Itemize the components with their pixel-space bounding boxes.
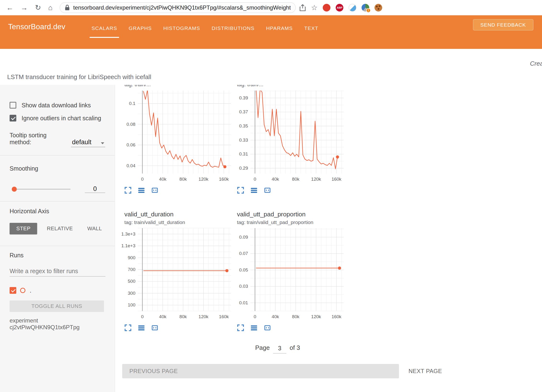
tooltip-sorting-dropdown[interactable]: default [71,138,105,147]
bookmark-star-icon[interactable]: ☆ [311,3,317,12]
svg-text:0.09: 0.09 [239,235,248,240]
previous-page-button[interactable]: PREVIOUS PAGE [122,364,399,378]
scalar-chart[interactable]: 040k80k120k160k0.040.060.080.1 [121,89,232,184]
svg-text:0.1: 0.1 [129,101,135,106]
svg-text:700: 700 [128,267,135,272]
smoothing-value-input[interactable] [85,185,105,193]
svg-text:160k: 160k [332,177,342,182]
expand-chart-icon[interactable] [124,187,132,194]
svg-text:100: 100 [128,302,135,307]
page-number-input[interactable] [273,345,286,353]
tab-scalars[interactable]: SCALARS [88,18,121,38]
svg-text:900: 900 [128,255,135,260]
svg-text:1.1e+3: 1.1e+3 [121,243,135,248]
show-download-links-checkbox[interactable] [10,102,16,109]
tab-text[interactable]: TEXT [300,18,322,38]
expand-chart-icon[interactable] [124,324,132,331]
abp-extension-icon[interactable]: ABP [336,4,343,12]
experiment-description: LSTM transducer training for LibriSpeech… [7,73,151,81]
refresh-icon[interactable]: ↻ [35,4,41,11]
next-page-button[interactable]: NEXT PAGE [409,368,442,375]
settings-sidebar: Show data download links Ignore outliers… [0,85,115,392]
profile-avatar[interactable]: 1 [362,4,369,12]
svg-text:0: 0 [141,314,144,319]
fit-domain-icon[interactable] [264,187,271,194]
back-icon[interactable]: ← [6,4,13,11]
svg-text:40k: 40k [272,177,279,182]
clipped-chart-header: tag: train/... [234,85,345,89]
tab-histograms[interactable]: HISTOGRAMS [160,18,204,38]
extension-icon[interactable] [349,4,356,12]
subheader: Crea LSTM transducer training for LibriS… [0,49,542,85]
fit-domain-icon[interactable] [151,324,158,331]
smoothing-slider-thumb[interactable] [12,187,17,192]
show-download-links-label: Show data download links [22,102,91,109]
ignore-outliers-checkbox[interactable] [10,115,16,121]
svg-text:40k: 40k [159,314,167,319]
svg-text:0.03: 0.03 [239,284,248,289]
run-row: . [10,287,105,294]
share-icon[interactable] [300,4,306,11]
svg-text:80k: 80k [179,314,187,319]
svg-text:0.33: 0.33 [239,138,248,143]
chart-card: valid_utt_pad_proportion tag: train/vali… [234,211,345,331]
scalar-chart[interactable]: 040k80k120k160k1003005007009001.1e+31.3e… [121,227,232,321]
home-icon[interactable]: ⌂ [48,4,52,11]
app-logo: TensorBoard.dev [8,23,65,31]
axis-step-button[interactable]: STEP [10,223,37,234]
run-name: . [30,287,31,294]
cookie-extension-icon[interactable] [375,4,382,12]
svg-text:0: 0 [141,177,144,182]
runs-filter-input[interactable] [10,266,105,277]
chart-toolbar [237,187,345,194]
scalar-chart[interactable]: 040k80k120k160k0.290.310.330.350.370.39 [234,89,345,184]
chart-card: tag: train/... 040k80k120k160k0.040.060.… [121,85,232,194]
svg-text:0: 0 [254,177,256,182]
url-text: tensorboard.dev/experiment/cj2vtPiwQHKN9… [73,4,291,11]
lock-icon [65,5,70,11]
fit-domain-icon[interactable] [264,324,271,331]
ignore-outliers-row: Ignore outliers in chart scaling [10,115,105,122]
tab-distributions[interactable]: DISTRIBUTIONS [208,18,258,38]
send-feedback-button[interactable]: SEND FEEDBACK [473,19,533,30]
ignore-outliers-label: Ignore outliers in chart scaling [22,115,101,122]
show-download-links-row: Show data download links [10,102,105,109]
runs-selector-icon[interactable] [250,324,258,331]
tab-graphs[interactable]: GRAPHS [125,18,156,38]
url-bar[interactable]: tensorboard.dev/experiment/cj2vtPiwQHKN9… [60,2,296,13]
scalar-chart[interactable]: 040k80k120k160k0.010.030.050.070.09 [234,227,345,321]
fit-domain-icon[interactable] [151,187,158,194]
smoothing-slider[interactable] [12,189,70,190]
page-of-label: of 3 [290,344,300,352]
svg-text:80k: 80k [292,314,300,319]
divider [0,246,115,246]
pagination: Page of 3 [255,343,542,352]
axis-relative-button[interactable]: RELATIVE [42,225,78,232]
run-checkbox[interactable] [10,287,16,294]
runs-selector-icon[interactable] [138,324,145,331]
runs-selector-icon[interactable] [250,187,258,194]
horizontal-axis-label: Horizontal Axis [10,208,105,215]
svg-text:80k: 80k [292,177,300,182]
expand-chart-icon[interactable] [237,324,244,331]
browser-chrome: ← → ↻ ⌂ tensorboard.dev/experiment/cj2vt… [0,0,542,15]
chart-toolbar [124,324,232,331]
svg-text:160k: 160k [219,314,229,319]
svg-text:0.31: 0.31 [239,151,248,156]
forward-icon[interactable]: → [21,4,28,11]
svg-text:500: 500 [128,279,135,284]
svg-text:160k: 160k [332,314,342,319]
svg-text:0.39: 0.39 [239,95,248,100]
chart-tag: tag: train/valid_utt_pad_proportion [234,219,345,225]
horizontal-axis-buttons: STEP RELATIVE WALL [10,223,105,234]
svg-text:0.06: 0.06 [127,142,135,147]
axis-wall-button[interactable]: WALL [82,225,107,232]
expand-chart-icon[interactable] [237,187,244,194]
runs-selector-icon[interactable] [138,187,145,194]
chart-tag: tag: train/valid_utt_duration [121,219,232,225]
toggle-all-runs-button[interactable]: TOGGLE ALL RUNS [10,300,104,312]
adblock-extension-icon[interactable] [323,4,330,12]
divider [0,155,115,156]
experiment-name: experiment cj2vtPiwQHKN9Q1tx6PTpg [10,317,105,331]
tab-hparams[interactable]: HPARAMS [262,18,296,38]
